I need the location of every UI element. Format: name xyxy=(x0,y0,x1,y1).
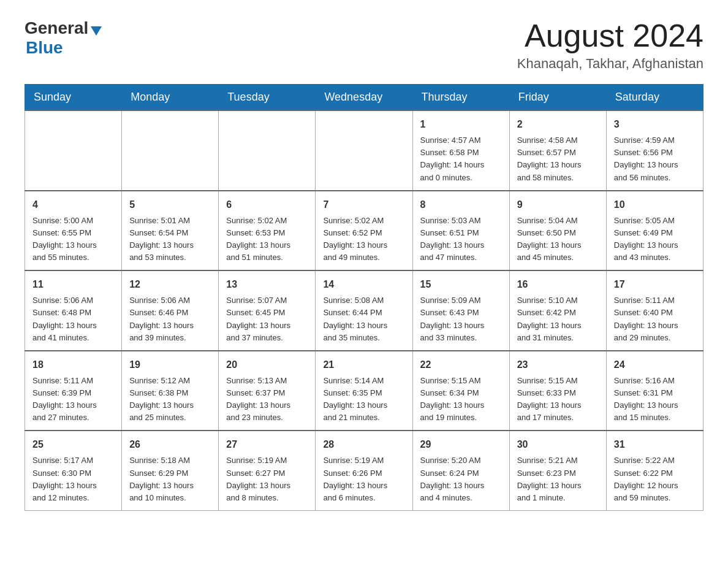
day-number: 25 xyxy=(32,437,114,452)
day-number: 6 xyxy=(226,197,308,212)
location-subtitle: Khanaqah, Takhar, Afghanistan xyxy=(517,56,703,72)
week-row-4: 18Sunrise: 5:11 AM Sunset: 6:39 PM Dayli… xyxy=(25,351,703,431)
calendar-cell: 6Sunrise: 5:02 AM Sunset: 6:53 PM Daylig… xyxy=(219,191,316,271)
day-number: 22 xyxy=(420,358,502,372)
calendar-cell: 3Sunrise: 4:59 AM Sunset: 6:56 PM Daylig… xyxy=(606,110,703,191)
calendar-cell: 25Sunrise: 5:17 AM Sunset: 6:30 PM Dayli… xyxy=(25,431,122,510)
day-info: Sunrise: 5:13 AM Sunset: 6:37 PM Dayligh… xyxy=(226,375,308,424)
week-row-3: 11Sunrise: 5:06 AM Sunset: 6:48 PM Dayli… xyxy=(25,270,703,351)
calendar-cell: 24Sunrise: 5:16 AM Sunset: 6:31 PM Dayli… xyxy=(606,351,703,431)
day-number: 18 xyxy=(32,358,114,372)
day-info: Sunrise: 5:10 AM Sunset: 6:42 PM Dayligh… xyxy=(517,294,599,344)
day-number: 10 xyxy=(614,197,696,212)
calendar-cell: 20Sunrise: 5:13 AM Sunset: 6:37 PM Dayli… xyxy=(219,351,316,431)
day-info: Sunrise: 4:57 AM Sunset: 6:58 PM Dayligh… xyxy=(420,134,502,184)
col-wednesday: Wednesday xyxy=(316,85,412,111)
calendar-header-row: Sunday Monday Tuesday Wednesday Thursday… xyxy=(25,85,703,111)
day-info: Sunrise: 5:05 AM Sunset: 6:49 PM Dayligh… xyxy=(614,215,696,264)
week-row-1: 1Sunrise: 4:57 AM Sunset: 6:58 PM Daylig… xyxy=(25,110,703,191)
calendar-cell: 16Sunrise: 5:10 AM Sunset: 6:42 PM Dayli… xyxy=(509,270,606,351)
logo-triangle-icon xyxy=(91,26,102,36)
month-year-title: August 2024 xyxy=(517,18,703,53)
calendar-cell: 27Sunrise: 5:19 AM Sunset: 6:27 PM Dayli… xyxy=(219,431,316,510)
calendar-cell: 14Sunrise: 5:08 AM Sunset: 6:44 PM Dayli… xyxy=(316,270,412,351)
day-info: Sunrise: 5:02 AM Sunset: 6:53 PM Dayligh… xyxy=(226,215,308,264)
calendar-cell: 11Sunrise: 5:06 AM Sunset: 6:48 PM Dayli… xyxy=(25,270,122,351)
calendar-table: Sunday Monday Tuesday Wednesday Thursday… xyxy=(25,84,703,511)
calendar-cell: 30Sunrise: 5:21 AM Sunset: 6:23 PM Dayli… xyxy=(509,431,606,510)
calendar-cell: 10Sunrise: 5:05 AM Sunset: 6:49 PM Dayli… xyxy=(606,191,703,271)
calendar-cell: 2Sunrise: 4:58 AM Sunset: 6:57 PM Daylig… xyxy=(509,110,606,191)
day-info: Sunrise: 5:07 AM Sunset: 6:45 PM Dayligh… xyxy=(226,294,308,344)
calendar-cell: 26Sunrise: 5:18 AM Sunset: 6:29 PM Dayli… xyxy=(122,431,219,510)
day-info: Sunrise: 5:20 AM Sunset: 6:24 PM Dayligh… xyxy=(420,454,502,504)
day-number: 9 xyxy=(517,197,599,212)
calendar-cell: 28Sunrise: 5:19 AM Sunset: 6:26 PM Dayli… xyxy=(316,431,412,510)
calendar-cell: 5Sunrise: 5:01 AM Sunset: 6:54 PM Daylig… xyxy=(122,191,219,271)
day-number: 21 xyxy=(323,358,404,372)
day-info: Sunrise: 5:16 AM Sunset: 6:31 PM Dayligh… xyxy=(614,375,696,424)
calendar-cell: 9Sunrise: 5:04 AM Sunset: 6:50 PM Daylig… xyxy=(509,191,606,271)
day-info: Sunrise: 5:06 AM Sunset: 6:48 PM Dayligh… xyxy=(32,294,114,344)
day-number: 7 xyxy=(323,197,404,212)
day-number: 29 xyxy=(420,437,502,452)
day-number: 20 xyxy=(226,358,308,372)
day-info: Sunrise: 5:14 AM Sunset: 6:35 PM Dayligh… xyxy=(323,375,404,424)
week-row-2: 4Sunrise: 5:00 AM Sunset: 6:55 PM Daylig… xyxy=(25,191,703,271)
day-number: 12 xyxy=(129,277,211,292)
day-number: 28 xyxy=(323,437,404,452)
day-number: 4 xyxy=(32,197,114,212)
col-monday: Monday xyxy=(122,85,219,111)
calendar-cell xyxy=(25,110,122,191)
day-number: 5 xyxy=(129,197,211,212)
col-tuesday: Tuesday xyxy=(219,85,316,111)
calendar-cell xyxy=(122,110,219,191)
day-number: 16 xyxy=(517,277,599,292)
day-info: Sunrise: 5:15 AM Sunset: 6:33 PM Dayligh… xyxy=(517,375,599,424)
day-number: 31 xyxy=(614,437,696,452)
col-sunday: Sunday xyxy=(25,85,122,111)
day-info: Sunrise: 5:15 AM Sunset: 6:34 PM Dayligh… xyxy=(420,375,502,424)
calendar-cell: 15Sunrise: 5:09 AM Sunset: 6:43 PM Dayli… xyxy=(412,270,509,351)
week-row-5: 25Sunrise: 5:17 AM Sunset: 6:30 PM Dayli… xyxy=(25,431,703,510)
day-number: 27 xyxy=(226,437,308,452)
day-number: 24 xyxy=(614,358,696,372)
day-info: Sunrise: 5:11 AM Sunset: 6:39 PM Dayligh… xyxy=(32,375,114,424)
logo-blue: Blue xyxy=(26,38,63,57)
day-number: 8 xyxy=(420,197,502,212)
day-info: Sunrise: 5:19 AM Sunset: 6:26 PM Dayligh… xyxy=(323,454,404,504)
day-info: Sunrise: 5:01 AM Sunset: 6:54 PM Dayligh… xyxy=(129,215,211,264)
day-info: Sunrise: 5:21 AM Sunset: 6:23 PM Dayligh… xyxy=(517,454,599,504)
day-info: Sunrise: 5:02 AM Sunset: 6:52 PM Dayligh… xyxy=(323,215,404,264)
day-info: Sunrise: 5:00 AM Sunset: 6:55 PM Dayligh… xyxy=(32,215,114,264)
day-number: 1 xyxy=(420,117,502,132)
calendar-cell xyxy=(219,110,316,191)
day-info: Sunrise: 4:59 AM Sunset: 6:56 PM Dayligh… xyxy=(614,134,696,184)
col-saturday: Saturday xyxy=(606,85,703,111)
day-info: Sunrise: 5:08 AM Sunset: 6:44 PM Dayligh… xyxy=(323,294,404,344)
day-info: Sunrise: 5:03 AM Sunset: 6:51 PM Dayligh… xyxy=(420,215,502,264)
day-number: 19 xyxy=(129,358,211,372)
day-number: 30 xyxy=(517,437,599,452)
day-number: 23 xyxy=(517,358,599,372)
day-info: Sunrise: 5:22 AM Sunset: 6:22 PM Dayligh… xyxy=(614,454,696,504)
col-friday: Friday xyxy=(509,85,606,111)
day-number: 26 xyxy=(129,437,211,452)
calendar-cell: 17Sunrise: 5:11 AM Sunset: 6:40 PM Dayli… xyxy=(606,270,703,351)
day-number: 2 xyxy=(517,117,599,132)
calendar-cell: 4Sunrise: 5:00 AM Sunset: 6:55 PM Daylig… xyxy=(25,191,122,271)
calendar-cell: 8Sunrise: 5:03 AM Sunset: 6:51 PM Daylig… xyxy=(412,191,509,271)
day-info: Sunrise: 5:12 AM Sunset: 6:38 PM Dayligh… xyxy=(129,375,211,424)
day-info: Sunrise: 5:17 AM Sunset: 6:30 PM Dayligh… xyxy=(32,454,114,504)
calendar-cell: 22Sunrise: 5:15 AM Sunset: 6:34 PM Dayli… xyxy=(412,351,509,431)
day-info: Sunrise: 5:19 AM Sunset: 6:27 PM Dayligh… xyxy=(226,454,308,504)
calendar-cell: 31Sunrise: 5:22 AM Sunset: 6:22 PM Dayli… xyxy=(606,431,703,510)
day-info: Sunrise: 4:58 AM Sunset: 6:57 PM Dayligh… xyxy=(517,134,599,184)
calendar-cell: 13Sunrise: 5:07 AM Sunset: 6:45 PM Dayli… xyxy=(219,270,316,351)
day-info: Sunrise: 5:09 AM Sunset: 6:43 PM Dayligh… xyxy=(420,294,502,344)
calendar-cell: 29Sunrise: 5:20 AM Sunset: 6:24 PM Dayli… xyxy=(412,431,509,510)
day-info: Sunrise: 5:18 AM Sunset: 6:29 PM Dayligh… xyxy=(129,454,211,504)
calendar-cell xyxy=(316,110,412,191)
day-number: 11 xyxy=(32,277,114,292)
title-block: August 2024 Khanaqah, Takhar, Afghanista… xyxy=(517,18,703,72)
